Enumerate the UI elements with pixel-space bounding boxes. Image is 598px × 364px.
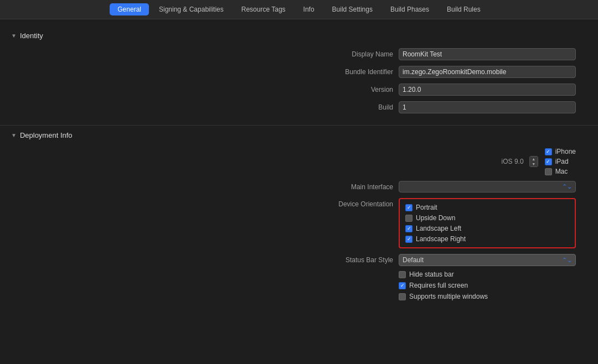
deployment-form: iOS 9.0 ▲ ▼ iPhone iPad bbox=[0, 143, 598, 309]
identity-section-label: Identity bbox=[20, 32, 43, 40]
requires-full-screen-cb-box[interactable] bbox=[399, 282, 406, 289]
ipad-cb-box[interactable] bbox=[545, 158, 552, 165]
deployment-section-header: ▼ Deployment Info bbox=[0, 128, 598, 143]
hide-status-bar-row: Hide status bar bbox=[0, 269, 598, 280]
main-interface-label: Main Interface bbox=[351, 183, 393, 191]
supports-multiple-windows-checkbox[interactable]: Supports multiple windows bbox=[399, 293, 576, 300]
ios-version-row: iOS 9.0 ▲ ▼ iPhone iPad bbox=[0, 145, 598, 178]
landscape-right-cb-box[interactable] bbox=[405, 236, 413, 243]
build-input[interactable] bbox=[399, 101, 576, 113]
portrait-label: Portrait bbox=[416, 204, 437, 211]
iphone-checkbox[interactable]: iPhone bbox=[545, 148, 576, 155]
portrait-checkbox[interactable]: Portrait bbox=[405, 204, 569, 211]
build-label: Build bbox=[378, 103, 393, 111]
identity-form: Display Name Bundle Identifier Version B… bbox=[0, 43, 598, 123]
tab-resource-tags[interactable]: Resource Tags bbox=[234, 3, 293, 15]
version-input[interactable] bbox=[399, 84, 576, 96]
hide-status-bar-label: Hide status bar bbox=[409, 271, 454, 278]
ios-stepper[interactable]: ▲ ▼ bbox=[529, 156, 538, 167]
supports-multiple-windows-label: Supports multiple windows bbox=[409, 293, 488, 300]
mac-cb-box[interactable] bbox=[545, 168, 552, 175]
requires-full-screen-checkbox[interactable]: Requires full screen bbox=[399, 282, 576, 289]
landscape-left-checkbox[interactable]: Landscape Left bbox=[405, 225, 569, 232]
status-bar-style-row: Status Bar Style Default ⌃⌄ bbox=[0, 251, 598, 269]
hide-status-bar-checkbox[interactable]: Hide status bar bbox=[399, 271, 576, 278]
upside-down-checkbox[interactable]: Upside Down bbox=[405, 214, 569, 222]
version-row: Version bbox=[0, 81, 598, 98]
bundle-id-label: Bundle Identifier bbox=[345, 68, 393, 76]
identity-chevron[interactable]: ▼ bbox=[11, 33, 17, 39]
tab-bar: General Signing & Capabilities Resource … bbox=[0, 0, 598, 19]
main-interface-arrow: ⌃⌄ bbox=[562, 183, 572, 190]
display-name-row: Display Name bbox=[0, 45, 598, 63]
status-bar-style-dropdown[interactable]: Default ⌃⌄ bbox=[399, 254, 576, 266]
status-bar-style-label: Status Bar Style bbox=[346, 256, 393, 264]
requires-full-screen-label: Requires full screen bbox=[409, 282, 468, 289]
landscape-right-label: Landscape Right bbox=[416, 235, 466, 243]
tab-build-rules[interactable]: Build Rules bbox=[439, 3, 488, 15]
device-orientation-label: Device Orientation bbox=[338, 198, 393, 208]
tab-general[interactable]: General bbox=[110, 3, 149, 15]
status-bar-style-value: Default bbox=[403, 256, 424, 264]
upside-down-label: Upside Down bbox=[416, 214, 455, 222]
main-interface-row: Main Interface ⌃⌄ bbox=[0, 178, 598, 195]
hide-status-bar-cb-box[interactable] bbox=[399, 271, 406, 278]
main-interface-dropdown[interactable]: ⌃⌄ bbox=[399, 181, 576, 193]
landscape-left-cb-box[interactable] bbox=[405, 225, 413, 232]
landscape-right-checkbox[interactable]: Landscape Right bbox=[405, 235, 569, 243]
tab-info[interactable]: Info bbox=[296, 3, 322, 15]
version-label: Version bbox=[371, 86, 393, 93]
iphone-label: iPhone bbox=[555, 148, 576, 155]
deployment-chevron[interactable]: ▼ bbox=[11, 132, 17, 138]
landscape-left-label: Landscape Left bbox=[416, 225, 461, 232]
ipad-label: iPad bbox=[555, 158, 569, 165]
tab-signing[interactable]: Signing & Capabilities bbox=[151, 3, 231, 15]
ios-stepper-up[interactable]: ▲ bbox=[530, 157, 538, 162]
build-row: Build bbox=[0, 98, 598, 116]
device-orientation-box: Portrait Upside Down Landscape Left Land… bbox=[399, 198, 576, 248]
ios-stepper-down[interactable]: ▼ bbox=[530, 162, 538, 167]
supports-multiple-windows-cb-box[interactable] bbox=[399, 293, 406, 300]
iphone-cb-box[interactable] bbox=[545, 148, 552, 155]
ios-selector: ▲ ▼ iPhone iPad Mac bbox=[529, 148, 576, 175]
requires-full-screen-row: Requires full screen bbox=[0, 280, 598, 291]
ios-version-label: iOS 9.0 bbox=[502, 158, 524, 165]
bundle-id-row: Bundle Identifier bbox=[0, 63, 598, 81]
deployment-section-label: Deployment Info bbox=[20, 131, 73, 139]
portrait-cb-box[interactable] bbox=[405, 204, 413, 211]
status-bar-dropdown-arrow: ⌃⌄ bbox=[562, 257, 572, 264]
bundle-id-input[interactable] bbox=[399, 66, 576, 78]
upside-down-cb-box[interactable] bbox=[405, 215, 413, 222]
tab-build-settings[interactable]: Build Settings bbox=[324, 3, 380, 15]
ipad-checkbox[interactable]: iPad bbox=[545, 158, 576, 165]
tab-build-phases[interactable]: Build Phases bbox=[383, 3, 437, 15]
supports-multiple-windows-row: Supports multiple windows bbox=[0, 291, 598, 302]
device-orientation-container: Device Orientation Portrait Upside Down … bbox=[0, 195, 598, 251]
main-content: ▼ Identity Display Name Bundle Identifie… bbox=[0, 19, 598, 363]
mac-checkbox[interactable]: Mac bbox=[545, 168, 576, 175]
display-name-input[interactable] bbox=[399, 48, 576, 60]
mac-label: Mac bbox=[555, 168, 568, 175]
identity-section-header: ▼ Identity bbox=[0, 28, 598, 43]
display-name-label: Display Name bbox=[352, 50, 393, 58]
